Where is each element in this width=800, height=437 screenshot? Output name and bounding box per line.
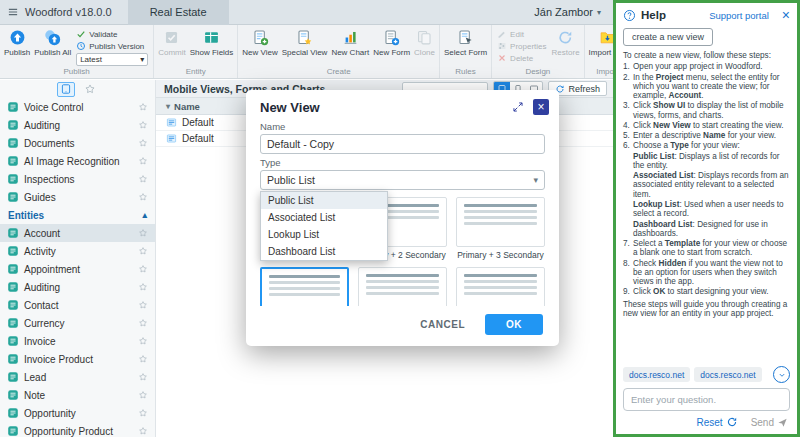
template-option-primary-3-secondary[interactable]: Primary + 3 Secondary	[456, 197, 545, 260]
sidebar-item-appointment[interactable]: Appointment	[0, 260, 155, 278]
clone-button[interactable]: Clone	[412, 26, 437, 58]
question-input[interactable]	[623, 388, 790, 411]
help-step: Dashboard List: Designed for use in dash…	[623, 220, 790, 239]
sidebar-item-auditing[interactable]: Auditing	[0, 278, 155, 296]
clone-label: Clone	[414, 48, 435, 57]
sidebar-item-documents[interactable]: Documents	[0, 134, 155, 152]
commit-button[interactable]: Commit	[156, 26, 188, 58]
cancel-button[interactable]: CANCEL	[420, 319, 465, 330]
reset-button[interactable]: Reset	[697, 416, 738, 428]
help-close-icon[interactable]: ×	[782, 8, 790, 22]
show-fields-button[interactable]: Show Fields	[188, 26, 236, 58]
favorite-star-icon[interactable]	[138, 192, 148, 202]
doc-link[interactable]: docs.resco.net	[694, 367, 761, 382]
sidebar-item-label: Invoice	[24, 336, 56, 347]
sidebar-item-invoice-product[interactable]: Invoice Product	[0, 350, 155, 368]
entity-icon	[7, 263, 19, 275]
favorite-star-icon[interactable]	[138, 174, 148, 184]
template-option[interactable]	[260, 267, 349, 306]
favorite-star-icon[interactable]	[138, 228, 148, 238]
project-tab-real-estate[interactable]: Real Estate	[128, 0, 229, 25]
sidebar-item-invoice[interactable]: Invoice	[0, 332, 155, 350]
dialog-close-icon[interactable]: ×	[533, 99, 549, 115]
suggested-question-chip[interactable]: create a new view	[623, 28, 713, 46]
favorite-star-icon[interactable]	[138, 318, 148, 328]
view-name-input[interactable]	[260, 134, 545, 154]
favorite-star-icon[interactable]	[138, 372, 148, 382]
doc-link[interactable]: docs.resco.net	[623, 367, 690, 382]
select-form-button[interactable]: Select Form	[442, 26, 489, 58]
favorite-star-icon[interactable]	[138, 354, 148, 364]
type-option-public-list[interactable]: Public List	[261, 192, 387, 209]
sidebar-item-note[interactable]: Note	[0, 386, 155, 404]
sidebar-item-opportunity[interactable]: Opportunity	[0, 404, 155, 422]
sidebar-item-voice-control[interactable]: Voice Control	[0, 98, 155, 116]
sidebar-item-inspections[interactable]: Inspections	[0, 170, 155, 188]
type-option-associated-list[interactable]: Associated List	[261, 209, 387, 226]
tablet-filter-button[interactable]	[57, 82, 75, 97]
sidebar-item-auditing[interactable]: Auditing	[0, 116, 155, 134]
sidebar-item-account[interactable]: Account	[0, 224, 155, 242]
commit-icon	[163, 29, 180, 46]
maximize-icon[interactable]	[512, 101, 524, 113]
favorite-star-icon[interactable]	[138, 408, 148, 418]
ok-button[interactable]: OK	[485, 314, 543, 335]
delete-button[interactable]: Delete	[497, 53, 546, 63]
ribbon-stack: ValidatePublish VersionLatest▾	[73, 26, 151, 66]
woodford-app: Woodford v18.0.0 Real Estate Ján Zambor …	[0, 0, 800, 437]
favorite-star-icon[interactable]	[138, 156, 148, 166]
support-portal-link[interactable]: Support portal	[709, 10, 769, 21]
template-option[interactable]	[358, 267, 447, 306]
new-view-button[interactable]: New View	[240, 26, 279, 58]
sidebar-item-contact[interactable]: Contact	[0, 296, 155, 314]
favorite-star-icon[interactable]	[138, 282, 148, 292]
sidebar-item-ai-image-recognition[interactable]: AI Image Recognition	[0, 152, 155, 170]
send-button[interactable]: Send	[751, 417, 788, 428]
ribbon-group-row: EditPropertiesDeleteRestore	[494, 26, 581, 66]
star-filter-button[interactable]	[81, 82, 99, 97]
template-thumbnail	[260, 267, 349, 306]
sidebar-item-lead[interactable]: Lead	[0, 368, 155, 386]
favorite-star-icon[interactable]	[138, 120, 148, 130]
new-chart-button[interactable]: New Chart	[329, 26, 371, 58]
template-option[interactable]	[456, 267, 545, 306]
skeleton-bar	[269, 293, 340, 296]
favorite-star-icon[interactable]	[138, 102, 148, 112]
properties-button[interactable]: Properties	[497, 41, 546, 51]
publish-version-button[interactable]: Publish Version	[76, 41, 148, 51]
favorite-star-icon[interactable]	[138, 336, 148, 346]
sidebar-section-entities[interactable]: Entities▴	[0, 206, 155, 224]
expand-sources-button[interactable]	[773, 366, 790, 383]
sidebar-item-guides[interactable]: Guides	[0, 188, 155, 206]
type-option-dashboard-list[interactable]: Dashboard List	[261, 243, 387, 260]
type-select[interactable]: Public List ▾	[260, 170, 545, 190]
user-menu[interactable]: Ján Zambor ▾	[534, 6, 601, 18]
favorite-star-icon[interactable]	[138, 426, 148, 436]
sidebar-item-opportunity-product[interactable]: Opportunity Product	[0, 422, 155, 437]
type-label: Type	[260, 157, 545, 168]
publish-button[interactable]: Publish	[2, 26, 32, 58]
type-select-value: Public List	[267, 174, 315, 186]
step-text: Lookup List: Used when a user needs to s…	[633, 200, 790, 219]
favorite-star-icon[interactable]	[138, 138, 148, 148]
publish-version-select[interactable]: Latest▾	[76, 53, 148, 66]
import-file-button[interactable]: Import File	[587, 26, 613, 58]
dialog-header: New View ×	[246, 90, 559, 117]
app-menu-icon[interactable]	[7, 6, 19, 18]
favorite-star-icon[interactable]	[138, 300, 148, 310]
restore-button[interactable]: Restore	[550, 26, 582, 58]
sidebar-item-currency[interactable]: Currency	[0, 314, 155, 332]
favorite-star-icon[interactable]	[138, 264, 148, 274]
favorite-star-icon[interactable]	[138, 390, 148, 400]
delete-label: Delete	[510, 54, 533, 63]
validate-button[interactable]: Validate	[76, 29, 148, 39]
edit-button[interactable]: Edit	[497, 29, 546, 39]
ribbon-group-label: Entity	[156, 66, 235, 78]
publish-all-button[interactable]: Publish All	[32, 26, 73, 58]
sidebar-item-activity[interactable]: Activity	[0, 242, 155, 260]
user-name: Ján Zambor	[534, 6, 593, 18]
special-view-button[interactable]: Special View	[280, 26, 330, 58]
favorite-star-icon[interactable]	[138, 246, 148, 256]
new-form-button[interactable]: New Form	[371, 26, 412, 58]
type-option-lookup-list[interactable]: Lookup List	[261, 226, 387, 243]
